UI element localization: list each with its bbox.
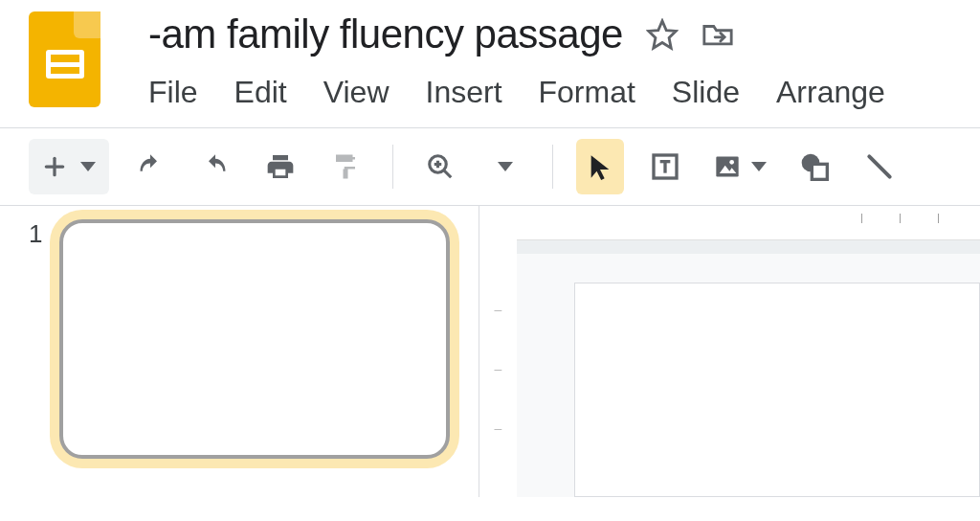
chevron-down-icon	[80, 162, 96, 171]
image-tool-button[interactable]	[706, 139, 773, 194]
select-tool-button[interactable]	[576, 139, 624, 194]
zoom-button[interactable]	[416, 139, 464, 194]
app-logo-slides[interactable]	[29, 11, 100, 107]
slide-panel[interactable]: 1	[0, 206, 479, 497]
paint-roller-icon	[331, 152, 360, 181]
cursor-icon	[587, 152, 613, 181]
menu-bar: File Edit View Insert Format Slide Arran…	[148, 75, 885, 110]
paint-format-button[interactable]	[322, 139, 369, 194]
star-icon[interactable]	[646, 18, 679, 51]
svg-rect-10	[716, 157, 738, 177]
separator	[552, 145, 553, 189]
slide-number: 1	[29, 219, 42, 497]
redo-button[interactable]	[191, 139, 239, 194]
printer-icon	[265, 151, 296, 182]
undo-button[interactable]	[126, 139, 174, 194]
textbox-tool-button[interactable]	[641, 139, 689, 194]
ruler-band	[517, 240, 980, 254]
menu-arrange[interactable]: Arrange	[776, 75, 885, 110]
plus-icon	[42, 154, 67, 179]
vertical-ruler: –––	[479, 206, 517, 497]
slide-canvas[interactable]	[574, 283, 980, 497]
title-row: -am family fluency passage	[148, 11, 885, 57]
horizontal-ruler	[517, 206, 980, 240]
separator	[392, 145, 393, 189]
svg-line-4	[444, 170, 452, 178]
new-slide-button[interactable]	[29, 139, 109, 194]
toolbar	[0, 127, 980, 206]
menu-view[interactable]: View	[323, 75, 390, 110]
menu-insert[interactable]: Insert	[425, 75, 501, 110]
line-tool-button[interactable]	[856, 139, 903, 194]
undo-icon	[134, 153, 167, 180]
shape-icon	[798, 151, 831, 182]
title-area: -am family fluency passage File Edit Vie…	[148, 11, 885, 110]
menu-slide[interactable]: Slide	[672, 75, 740, 110]
svg-rect-14	[812, 164, 827, 179]
svg-point-12	[729, 160, 734, 165]
menu-format[interactable]: Format	[539, 75, 635, 110]
canvas-area[interactable]	[517, 206, 980, 497]
redo-icon	[199, 153, 232, 180]
image-icon	[713, 153, 742, 180]
header: -am family fluency passage File Edit Vie…	[0, 0, 980, 110]
shape-tool-button[interactable]	[791, 139, 838, 194]
move-to-folder-icon[interactable]	[702, 18, 734, 51]
document-title[interactable]: -am family fluency passage	[148, 11, 623, 57]
svg-marker-0	[649, 21, 676, 48]
svg-line-15	[869, 156, 889, 176]
text-box-icon	[650, 151, 680, 182]
print-button[interactable]	[256, 139, 304, 194]
line-icon	[864, 151, 895, 182]
chevron-down-icon	[751, 162, 767, 171]
menu-edit[interactable]: Edit	[234, 75, 287, 110]
chevron-down-icon	[498, 162, 513, 171]
zoom-icon	[426, 152, 455, 181]
menu-file[interactable]: File	[148, 75, 198, 110]
workspace: 1 –––	[0, 206, 980, 497]
slide-thumbnail[interactable]	[59, 219, 450, 459]
zoom-dropdown[interactable]	[481, 139, 529, 194]
